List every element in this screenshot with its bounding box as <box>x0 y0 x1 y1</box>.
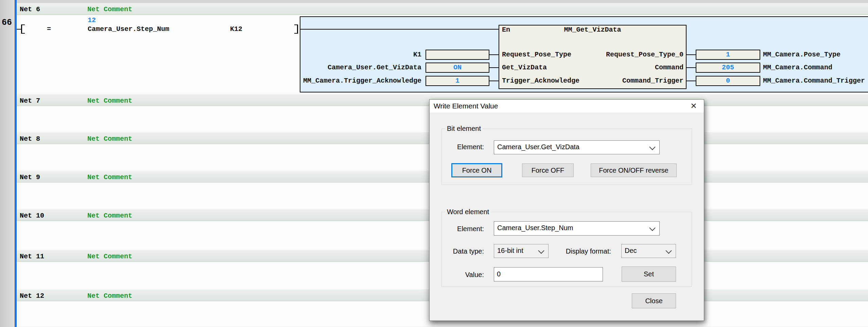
output-monitor-box-2[interactable]: 205 <box>696 63 760 73</box>
output-monitor-box-1[interactable]: 1 <box>696 50 760 60</box>
net-label: Net 8 <box>20 135 40 143</box>
net-label: Net 12 <box>20 292 44 300</box>
bit-element-combobox[interactable]: Camera_User.Get_VizData <box>494 140 660 154</box>
chevron-down-icon <box>649 144 655 150</box>
data-type-label: Data type: <box>440 247 484 255</box>
output-stub-wire-2 <box>687 67 696 68</box>
data-type-combobox[interactable]: 16-bit int <box>494 244 549 258</box>
word-element-value: Camera_User.Step_Num <box>497 224 573 232</box>
net-label: Net 11 <box>20 253 44 260</box>
compare-operand2[interactable]: K12 <box>230 26 242 33</box>
data-type-value: 16-bit int <box>497 247 523 255</box>
compare-operand1[interactable]: Camera_User.Step_Num <box>88 26 169 33</box>
compare-operator: = <box>47 26 51 33</box>
value-input[interactable]: 0 <box>494 267 603 281</box>
net-banner[interactable]: Net 6 Net Comment <box>17 3 868 15</box>
bit-element-label: Element: <box>443 143 484 151</box>
net-comment-label: Net Comment <box>87 212 132 220</box>
input-stub-wire-2 <box>489 67 499 68</box>
display-format-label: Display format: <box>562 247 611 255</box>
rung-gutter <box>0 0 15 327</box>
top-strip <box>0 0 868 3</box>
net-comment-label: Net Comment <box>87 292 132 300</box>
chevron-down-icon <box>649 225 655 231</box>
input-stub-wire-3 <box>489 81 499 81</box>
net-label: Net 10 <box>20 212 44 220</box>
net-comment-label: Net Comment <box>87 135 132 143</box>
input-monitor-box-2[interactable]: ON <box>426 63 489 73</box>
force-on-button[interactable]: Force ON <box>451 163 502 177</box>
chevron-down-icon <box>538 247 544 254</box>
bit-element-value: Camera_User.Get_VizData <box>497 143 579 151</box>
net-label: Net 9 <box>20 173 40 181</box>
close-icon[interactable]: × <box>686 100 701 112</box>
net-comment-label: Net Comment <box>87 173 132 181</box>
force-off-button[interactable]: Force OFF <box>522 164 574 177</box>
en-wire <box>300 29 499 30</box>
net-comment-label: Net Comment <box>87 5 132 13</box>
output-monitor-box-3[interactable]: 0 <box>696 76 760 86</box>
block-output-pin-3: Command_Trigger <box>578 78 683 84</box>
step-num-monitor-value: 12 <box>88 17 96 24</box>
word-element-combobox[interactable]: Camera_User.Step_Num <box>494 221 660 236</box>
value-label: Value: <box>443 271 484 279</box>
input-operand-3[interactable]: MM_Camera.Trigger_Acknowledge <box>302 78 421 84</box>
input-monitor-box-1[interactable] <box>426 50 489 60</box>
value-input-text: 0 <box>497 270 501 278</box>
output-operand-3[interactable]: MM_Camera.Command_Trigger <box>763 78 865 84</box>
close-button[interactable]: Close <box>632 293 676 308</box>
chevron-down-icon <box>665 247 672 254</box>
input-stub-wire-1 <box>489 54 499 55</box>
output-stub-wire-3 <box>687 81 696 81</box>
display-format-combobox[interactable]: Dec <box>621 244 676 258</box>
block-output-pin-2: Command <box>578 64 683 71</box>
compare-contact-open-bracket[interactable] <box>21 24 25 34</box>
input-monitor-box-3[interactable]: 1 <box>426 76 489 86</box>
block-input-pin-2: Get_VizData <box>502 64 547 71</box>
block-output-pin-1: Request_Pose_Type_0 <box>578 51 683 58</box>
dialog-titlebar[interactable]: Write Element Value × <box>430 100 704 113</box>
net-comment-label: Net Comment <box>87 97 132 105</box>
bit-element-group-label: Bit element <box>445 125 483 133</box>
input-operand-1[interactable]: K1 <box>302 51 421 58</box>
output-stub-wire-1 <box>687 54 696 55</box>
ladder-editor-window: 66 Net 6 Net Comment Net 7 Net Comment N… <box>0 0 868 327</box>
set-button[interactable]: Set <box>622 266 676 282</box>
force-on-off-reverse-button[interactable]: Force ON/OFF reverse <box>591 164 677 177</box>
dialog-title: Write Element Value <box>434 102 498 110</box>
input-operand-2[interactable]: Camera_User.Get_VizData <box>302 64 421 71</box>
display-format-value: Dec <box>625 247 637 255</box>
rung-wire <box>17 29 21 30</box>
output-operand-1[interactable]: MM_Camera.Pose_Type <box>763 51 840 58</box>
rung-number: 66 <box>0 18 14 28</box>
compare-contact-close-bracket[interactable] <box>294 24 298 34</box>
block-input-pin-1: Request_Pose_Type <box>502 51 571 58</box>
block-title: MM_Get_VizData <box>499 27 687 33</box>
word-element-label: Element: <box>443 225 484 233</box>
word-element-group-label: Word element <box>445 208 491 216</box>
output-operand-2[interactable]: MM_Camera.Command <box>763 64 832 71</box>
net-label: Net 7 <box>20 97 40 105</box>
block-input-pin-3: Trigger_Acknowledge <box>502 78 579 84</box>
net-label: Net 6 <box>20 5 40 13</box>
write-element-value-dialog: Write Element Value × Bit element Elemen… <box>429 99 704 321</box>
net-comment-label: Net Comment <box>87 253 132 260</box>
